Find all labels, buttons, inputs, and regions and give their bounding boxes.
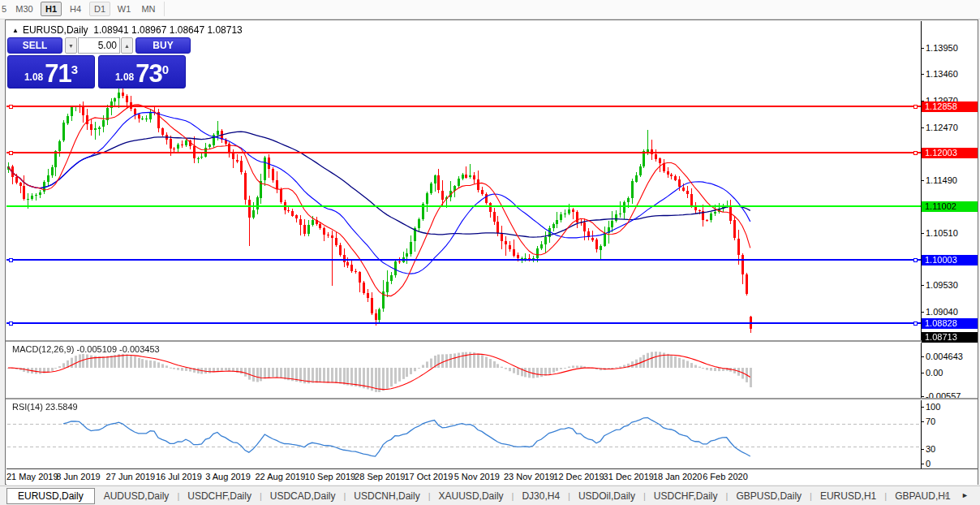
date-label: 27 Jun 2019 [106,472,156,481]
buy-button[interactable]: BUY [135,37,191,54]
timeframe-toolbar: 5M30H1H4D1W1MN [0,0,980,19]
chart-tab-eurusd-h1[interactable]: EURUSD,H1 [819,489,878,503]
volume-input[interactable] [78,37,120,54]
timeframe-button-h1[interactable]: H1 [41,2,62,16]
date-label: 23 Nov 2019 [504,472,554,481]
timeframe-button-d1[interactable]: D1 [89,2,110,16]
chart-ohlc-values: 1.08941 1.08967 1.08647 1.08713 [93,24,243,36]
buy-price-prefix: 1.08 [115,71,134,83]
timeframe-button-w1[interactable]: W1 [114,2,135,16]
price-tick-label: 1.09040 [926,307,958,317]
timeframe-button-5[interactable]: 5 [0,2,8,16]
horizontal-line-1.11002[interactable] [6,205,921,207]
indicator-tick-label: 0.00 [926,368,943,378]
horizontal-line-1.10003[interactable] [6,259,921,261]
price-tick-label: 1.11490 [926,175,957,186]
indicator-tick-mark [921,356,924,357]
date-label: 16 Jul 2019 [156,472,202,481]
sell-price[interactable]: 1.08 71 3 [7,55,95,88]
line-handle[interactable] [913,105,918,109]
volume-increase-button[interactable]: ▲ [121,37,133,54]
tab-separator: | [337,491,352,501]
chart-tab-eurusd-daily[interactable]: EURUSD,Daily [6,488,95,504]
timeframe-button-mn[interactable]: MN [138,2,159,16]
mt4-window: 5M30H1H4D1W1MN ▲EURUSD,Daily 1.08941 1.0… [0,0,980,505]
line-handle[interactable] [9,322,13,326]
line-handle[interactable] [9,151,13,155]
chart-tab-bar: EURUSD,DailyAUDUSD,Daily|USDCHF,Daily|US… [0,486,980,505]
tab-separator: | [422,491,437,501]
buy-price-pip: 0 [162,63,169,76]
tab-separator: | [505,491,521,501]
chart-tab-usdchf-daily[interactable]: USDCHF,Daily [186,489,253,503]
price-tick-mark [921,74,924,75]
indicator-tick-mark [921,449,924,450]
date-label: 22 Aug 2019 [256,472,306,481]
chart-tab-xauusd-daily[interactable]: XAUUSD,Daily [437,489,505,503]
chart-tab-dj30-h4[interactable]: DJ30,H4 [520,489,561,503]
tab-separator: | [561,491,577,501]
chart-tab-usdchf-daily[interactable]: USDCHF,Daily [652,489,720,503]
timeframe-button-h4[interactable]: H4 [65,2,86,16]
price-level-badge: 1.12003 [922,148,978,158]
indicator-tick-mark [921,373,924,373]
date-label: 6 Feb 2020 [703,472,748,481]
price-level-badge: 1.08828 [922,318,978,329]
date-label: 28 Sep 2019 [355,472,405,481]
price-tick-label: 1.13950 [926,43,958,54]
chart-tab-gbpusd-daily[interactable]: GBPUSD,Daily [734,489,803,503]
line-handle[interactable] [9,258,13,262]
date-label: 3 Aug 2019 [205,472,251,481]
indicator-tick-mark [921,421,924,422]
date-label: 17 Oct 2019 [404,472,453,481]
price-tick-label: 1.13460 [926,69,958,80]
chart-tab-audusd-daily[interactable]: AUDUSD,Daily [102,489,171,503]
indicator-tick-label: 0.004643 [926,352,963,362]
chart-tab-usdoil-daily[interactable]: USDOil,Daily [577,489,637,503]
indicator-tick-label: -0.00557 [926,391,961,402]
date-label: 10 Sep 2019 [305,472,355,481]
chart-window: ▲EURUSD,Daily 1.08941 1.08967 1.08647 1.… [5,19,978,485]
price-tick-mark [921,127,924,128]
tab-scroll-left-icon[interactable]: ◄ [942,491,949,499]
horizontal-line-1.12858[interactable] [6,106,921,107]
chart-header: ▲EURUSD,Daily 1.08941 1.08967 1.08647 1.… [12,24,243,36]
macd-panel-separator[interactable] [6,340,978,343]
price-tick-mark [921,312,924,313]
price-tick-label: 1.12470 [926,123,958,133]
chart-tab-usdcnh-daily[interactable]: USDCNH,Daily [352,489,421,503]
line-handle[interactable] [913,258,918,262]
price-tick-label: 1.10510 [926,228,958,239]
rsi-panel-canvas[interactable] [6,399,921,468]
collapse-triangle-icon[interactable]: ▲ [12,27,19,34]
sell-button[interactable]: SELL [7,37,62,54]
chart-tab-usdcad-daily[interactable]: USDCAD,Daily [269,489,337,503]
tab-scroll-right-icon[interactable]: ► [961,491,969,499]
indicator-tick-label: 30 [926,444,935,455]
timeframe-button-m30[interactable]: M30 [11,2,37,16]
sell-price-pip: 3 [71,63,78,76]
date-label: 12 Dec 2019 [553,472,604,481]
one-click-trading-panel: SELL ▼ ▲ BUY 1.08 71 3 1.08 73 0 [7,37,186,88]
indicator-tick-mark [921,464,924,464]
buy-price-big: 73 [135,61,161,86]
line-handle[interactable] [913,322,918,326]
buy-price[interactable]: 1.08 73 0 [98,55,186,88]
time-axis[interactable]: 21 May 20198 Jun 201927 Jun 201916 Jul 2… [6,468,978,485]
tab-separator: | [637,491,652,501]
toolbar-separator [164,2,165,16]
rsi-label: RSI(14) 23.5849 [12,402,78,412]
price-axis-line [921,21,922,484]
date-label: 21 May 2019 [6,472,58,481]
horizontal-line-1.08828[interactable] [6,322,921,324]
date-label: 5 Nov 2019 [454,472,500,481]
rsi-panel-separator[interactable] [6,398,978,400]
volume-spinner: ▼ ▲ [65,37,133,54]
line-handle[interactable] [9,105,13,109]
horizontal-line-1.12003[interactable] [6,152,921,153]
trade-controls-row: SELL ▼ ▲ BUY [7,37,186,54]
volume-decrease-button[interactable]: ▼ [65,37,77,54]
indicator-tick-label: 70 [926,417,935,427]
tab-separator: | [803,491,819,501]
line-handle[interactable] [913,151,918,155]
